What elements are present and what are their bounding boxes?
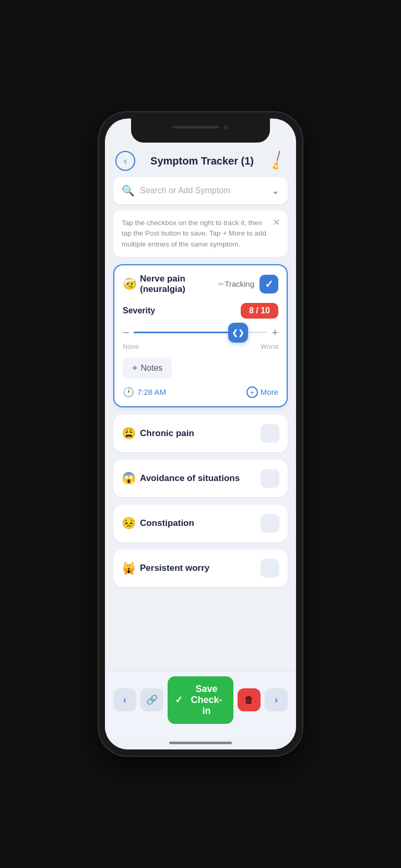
more-plus-icon: + [246,386,258,398]
home-bar [169,742,232,744]
back-button[interactable]: ‹ [115,151,135,171]
active-symptom-card: 🤕 Nerve pain (neuralgia) ✏ Tracking ✓ Se… [113,264,288,407]
home-bar-area [105,738,296,749]
slider-labels: None Worst [123,343,278,350]
slider-increase-button[interactable]: + [272,326,278,339]
notes-plus-icon: + [132,363,138,374]
symptom-card-left-avoidance: 😱 Avoidance of situations [122,472,240,485]
slider-track[interactable]: ❮❯ [134,332,267,333]
severity-row: Severity 8 / 10 [123,303,278,319]
time-text: 7:28 AM [137,388,166,396]
severity-label: Severity [123,306,155,315]
symptom-emoji-worry: 🙀 [122,561,136,575]
chevron-down-icon: ⌄ [272,185,279,196]
tip-close-button[interactable]: ✕ [273,217,280,228]
symptom-card-left-constipation: 😣 Constipation [122,517,194,530]
save-checkin-button[interactable]: ✓ Save Check-in [168,676,233,724]
symptom-name: Nerve pain (neuralgia) [140,274,215,295]
link-icon: 🔗 [146,694,158,706]
back-icon: ‹ [124,156,127,166]
symptom-card-constipation: 😣 Constipation [113,505,288,542]
slider-decrease-button[interactable]: − [123,326,129,339]
search-icon: 🔍 [122,184,135,197]
tracking-checkbox[interactable]: ✓ [260,275,278,294]
symptom-name-avoidance: Avoidance of situations [140,473,240,484]
symptom-name-worry: Persistent worry [140,563,209,573]
edit-icon[interactable]: ✏ [218,280,225,288]
notes-label: Notes [141,363,163,373]
tip-text: Tap the checkbox on the right to track i… [122,218,268,250]
header: ‹ Symptom Tracker (1) 🧹 [113,143,288,177]
slider-fill [134,332,238,333]
clear-icon[interactable]: 🧹 [266,150,288,172]
symptom-name-group: 🤕 Nerve pain (neuralgia) ✏ [123,274,225,295]
tracking-checkbox-chronic[interactable] [261,424,279,443]
severity-badge: 8 / 10 [241,303,278,319]
notes-button[interactable]: + Notes [123,358,172,379]
tracking-row: Tracking ✓ [225,275,278,294]
page-title: Symptom Tracker (1) [150,155,254,167]
more-button[interactable]: + More [246,386,278,398]
tracking-checkbox-constipation[interactable] [261,514,279,533]
check-icon: ✓ [265,278,274,290]
symptom-name-chronic: Chronic pain [140,428,194,439]
tracking-label: Tracking [225,279,254,288]
slider-thumb[interactable]: ❮❯ [228,323,248,343]
symptom-emoji-chronic: 😩 [122,427,136,440]
symptom-card-left: 😩 Chronic pain [122,427,194,440]
delete-icon: 🗑 [244,695,254,706]
symptom-card-left-worry: 🙀 Persistent worry [122,561,209,575]
slider-label-none: None [123,343,139,350]
slider-row: − ❮❯ + [123,326,278,339]
tip-box: Tap the checkbox on the right to track i… [113,210,288,257]
slider-thumb-icon: ❮❯ [232,329,244,337]
tracking-checkbox-worry[interactable] [261,559,279,578]
tracking-checkbox-avoidance[interactable] [261,469,279,488]
card-footer: 🕐 7:28 AM + More [123,386,278,398]
symptom-card-chronic-pain: 😩 Chronic pain [113,415,288,452]
link-button[interactable]: 🔗 [140,688,163,711]
save-check-icon: ✓ [175,694,183,706]
search-bar[interactable]: 🔍 Search or Add Symptom ⌄ [113,177,288,204]
slider-label-worst: Worst [261,343,278,350]
symptom-emoji-avoidance: 😱 [122,472,136,485]
save-label: Save Check-in [187,684,226,717]
bottom-bar: ‹ 🔗 ✓ Save Check-in 🗑 › [105,671,296,738]
symptom-emoji-constipation: 😣 [122,517,136,530]
clock-icon: 🕐 [123,386,134,398]
symptom-card-avoidance: 😱 Avoidance of situations [113,460,288,497]
nav-right-button[interactable]: › [265,688,288,711]
symptom-card-persistent-worry: 🙀 Persistent worry [113,549,288,587]
symptom-name-constipation: Constipation [140,518,194,529]
symptom-emoji: 🤕 [123,277,137,291]
more-label: More [261,388,278,396]
nav-left-button[interactable]: ‹ [113,688,136,711]
search-placeholder: Search or Add Symptom [140,186,272,195]
symptom-header-row: 🤕 Nerve pain (neuralgia) ✏ Tracking ✓ [123,274,278,295]
delete-button[interactable]: 🗑 [238,688,261,711]
time-row[interactable]: 🕐 7:28 AM [123,386,166,398]
